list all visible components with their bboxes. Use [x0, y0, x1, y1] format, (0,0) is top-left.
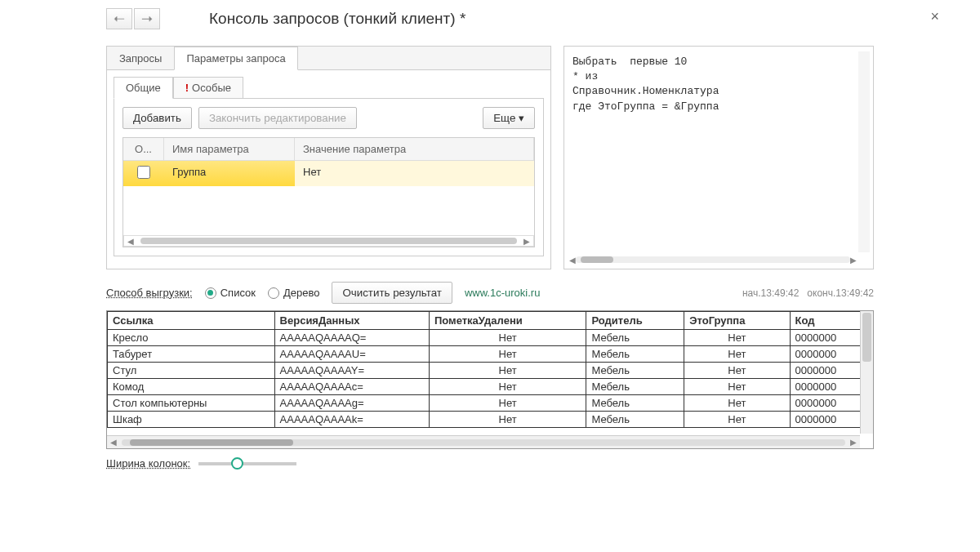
finish-edit-button[interactable]: Закончить редактирование: [198, 107, 357, 129]
table-row[interactable]: ШкафAAAAAQAAAAk=НетМебельНет0000000: [108, 412, 873, 428]
code-scroll-h[interactable]: ◀ ▶: [569, 254, 857, 265]
add-button[interactable]: Добавить: [122, 107, 192, 129]
table-cell[interactable]: Стул: [108, 363, 275, 379]
result-column-header[interactable]: Ссылка: [108, 312, 275, 330]
param-scrollbar[interactable]: ◀ ▶: [123, 235, 534, 247]
table-cell[interactable]: Нет: [429, 412, 586, 428]
scroll-thumb[interactable]: [581, 256, 613, 263]
result-header-row: СсылкаВерсияДанныхПометкаУдалениРодитель…: [108, 312, 873, 330]
scroll-thumb[interactable]: [140, 238, 517, 244]
left-panel: Запросы Параметры запроса Общие ! Особые…: [106, 46, 551, 269]
result-column-header[interactable]: ЭтоГруппа: [684, 312, 790, 330]
param-header: О... Имя параметра Значение параметра: [123, 138, 534, 161]
table-cell[interactable]: Табурет: [108, 346, 275, 363]
table-row[interactable]: КомодAAAAAQAAAAc=НетМебельНет0000000: [108, 379, 873, 395]
result-column-header[interactable]: ПометкаУдалени: [429, 312, 586, 330]
clear-result-button[interactable]: Очистить результат: [332, 282, 452, 304]
scroll-right-icon[interactable]: ▶: [523, 237, 530, 246]
table-cell[interactable]: AAAAAQAAAAQ=: [274, 330, 429, 346]
result-area: СсылкаВерсияДанныхПометкаУдалениРодитель…: [106, 310, 874, 449]
param-table: О... Имя параметра Значение параметра Гр…: [122, 137, 535, 247]
tab-params[interactable]: Параметры запроса: [174, 47, 297, 70]
query-text-panel: Выбрать первые 10 * из Справочник.Номенк…: [564, 46, 874, 269]
param-value-cell[interactable]: Нет: [295, 161, 534, 186]
table-cell[interactable]: Нет: [429, 363, 586, 379]
table-cell[interactable]: Нет: [429, 395, 586, 412]
table-cell[interactable]: Мебель: [586, 395, 684, 412]
table-cell[interactable]: Нет: [684, 330, 790, 346]
scroll-left-icon[interactable]: ◀: [127, 237, 134, 246]
forward-button[interactable]: 🠒: [134, 8, 160, 29]
main-area: Запросы Параметры запроса Общие ! Особые…: [106, 46, 874, 269]
col-check[interactable]: О...: [123, 138, 164, 160]
table-cell[interactable]: AAAAAQAAAAc=: [274, 379, 429, 395]
start-time: нач.13:49:42: [742, 287, 799, 299]
radio-tree-input[interactable]: [268, 287, 279, 299]
scroll-right-icon[interactable]: ▶: [850, 256, 857, 265]
scroll-left-icon[interactable]: ◀: [110, 438, 117, 447]
table-cell[interactable]: Мебель: [586, 330, 684, 346]
table-row[interactable]: СтулAAAAAQAAAAY=НетМебельНет0000000: [108, 363, 873, 379]
tab-queries[interactable]: Запросы: [107, 47, 174, 69]
table-cell[interactable]: Нет: [429, 330, 586, 346]
subtab-common[interactable]: Общие: [114, 77, 173, 99]
table-cell[interactable]: Кресло: [108, 330, 275, 346]
slider-handle[interactable]: [231, 457, 243, 470]
table-row[interactable]: КреслоAAAAAQAAAAQ=НетМебельНет0000000: [108, 330, 873, 346]
scroll-left-icon[interactable]: ◀: [569, 256, 576, 265]
col-param-value[interactable]: Значение параметра: [295, 138, 534, 160]
param-checkbox-cell: [123, 161, 164, 186]
nav-buttons: 🠐 🠒: [106, 8, 160, 29]
column-width-slider[interactable]: [198, 462, 296, 465]
radio-tree[interactable]: Дерево: [268, 287, 319, 299]
table-cell[interactable]: AAAAAQAAAAk=: [274, 412, 429, 428]
website-link[interactable]: www.1c-uroki.ru: [465, 287, 540, 299]
table-cell[interactable]: Нет: [429, 379, 586, 395]
end-time: оконч.13:49:42: [807, 287, 874, 299]
table-cell[interactable]: AAAAAQAAAAg=: [274, 395, 429, 412]
subtab-special[interactable]: ! Особые: [173, 77, 243, 99]
table-cell[interactable]: AAAAAQAAAAU=: [274, 346, 429, 363]
more-button[interactable]: Еще ▾: [483, 107, 535, 129]
result-scroll-h[interactable]: ◀ ▶: [107, 435, 860, 448]
radio-tree-label: Дерево: [283, 287, 319, 299]
header: 🠐 🠒 Консоль запросов (тонкий клиент) * ×: [106, 8, 874, 29]
table-cell[interactable]: AAAAAQAAAAY=: [274, 363, 429, 379]
scroll-track[interactable]: [122, 439, 845, 446]
table-cell[interactable]: Нет: [684, 346, 790, 363]
scroll-right-icon[interactable]: ▶: [850, 438, 857, 447]
scroll-thumb[interactable]: [130, 439, 293, 446]
query-text[interactable]: Выбрать первые 10 * из Справочник.Номенк…: [569, 51, 868, 264]
back-button[interactable]: 🠐: [106, 8, 132, 29]
table-cell[interactable]: Комод: [108, 379, 275, 395]
scroll-track[interactable]: [576, 256, 850, 263]
result-column-header[interactable]: ВерсияДанных: [274, 312, 429, 330]
table-row[interactable]: ТабуретAAAAAQAAAAU=НетМебельНет0000000: [108, 346, 873, 363]
table-cell[interactable]: Мебель: [586, 363, 684, 379]
table-cell[interactable]: Шкаф: [108, 412, 275, 428]
result-column-header[interactable]: Родитель: [586, 312, 684, 330]
table-cell[interactable]: Нет: [684, 412, 790, 428]
timing-info: нач.13:49:42 оконч.13:49:42: [742, 287, 874, 299]
code-scroll-v[interactable]: [858, 51, 870, 252]
table-cell[interactable]: Нет: [684, 379, 790, 395]
table-cell[interactable]: Мебель: [586, 346, 684, 363]
table-cell[interactable]: Мебель: [586, 379, 684, 395]
radio-list-label: Список: [220, 287, 256, 299]
param-checkbox[interactable]: [137, 166, 150, 179]
param-row[interactable]: Группа Нет: [123, 161, 534, 186]
column-width-row: Ширина колонок:: [106, 457, 874, 470]
close-icon[interactable]: ×: [930, 8, 939, 25]
scroll-thumb[interactable]: [862, 313, 871, 362]
result-scroll-v[interactable]: [860, 311, 873, 434]
table-cell[interactable]: Нет: [429, 346, 586, 363]
table-cell[interactable]: Мебель: [586, 412, 684, 428]
radio-list[interactable]: Список: [205, 287, 256, 299]
table-row[interactable]: Стол компьютерныAAAAAQAAAAg=НетМебельНет…: [108, 395, 873, 412]
col-param-name[interactable]: Имя параметра: [164, 138, 295, 160]
table-cell[interactable]: Стол компьютерны: [108, 395, 275, 412]
table-cell[interactable]: Нет: [684, 363, 790, 379]
radio-list-input[interactable]: [205, 287, 216, 299]
param-name-cell[interactable]: Группа: [164, 161, 295, 186]
table-cell[interactable]: Нет: [684, 395, 790, 412]
